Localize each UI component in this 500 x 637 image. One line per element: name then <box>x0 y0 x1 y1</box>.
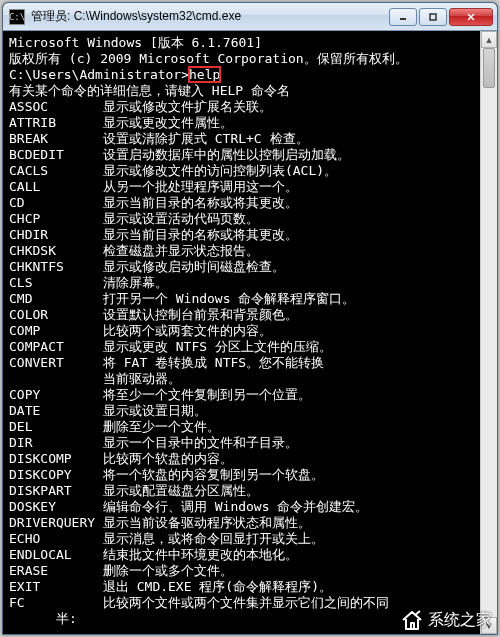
command-desc: 设置启动数据库中的属性以控制启动加载。 <box>103 147 350 162</box>
terminal-line: 版权所有 (c) 2009 Microsoft Corporation。保留所有… <box>9 51 495 67</box>
help-row: CHKDSK检查磁盘并显示状态报告。 <box>9 243 495 259</box>
command-desc: 比较两个或两套文件的内容。 <box>103 323 272 338</box>
svg-rect-1 <box>430 14 436 20</box>
command-name: COPY <box>9 387 103 403</box>
help-row: COMPACT显示或更改 NTFS 分区上文件的压缩。 <box>9 339 495 355</box>
help-row: DATE显示或设置日期。 <box>9 403 495 419</box>
command-desc: 当前驱动器。 <box>103 371 181 386</box>
close-button[interactable] <box>449 8 493 26</box>
command-name: BCDEDIT <box>9 147 103 163</box>
command-desc: 打开另一个 Windows 命令解释程序窗口。 <box>103 291 355 306</box>
command-name: COLOR <box>9 307 103 323</box>
help-row: DEL删除至少一个文件。 <box>9 419 495 435</box>
help-row: ECHO显示消息，或将命令回显打开或关上。 <box>9 531 495 547</box>
command-name: CHDIR <box>9 227 103 243</box>
command-desc: 设置或清除扩展式 CTRL+C 检查。 <box>103 131 309 146</box>
help-intro: 有关某个命令的详细信息，请键入 HELP 命令名 <box>9 83 495 99</box>
command-name: ERASE <box>9 563 103 579</box>
terminal-line: Microsoft Windows [版本 6.1.7601] <box>9 35 495 51</box>
command-name: EXIT <box>9 579 103 595</box>
command-desc: 显示当前目录的名称或将其更改。 <box>103 195 298 210</box>
command-desc: 显示消息，或将命令回显打开或关上。 <box>103 531 324 546</box>
window-buttons <box>387 8 493 26</box>
command-name: DIR <box>9 435 103 451</box>
command-desc: 显示当前设备驱动程序状态和属性。 <box>103 515 311 530</box>
command-desc: 显示或修改启动时间磁盘检查。 <box>103 259 285 274</box>
command-name: CHKNTFS <box>9 259 103 275</box>
command-name: CHKDSK <box>9 243 103 259</box>
help-row: CHDIR显示当前目录的名称或将其更改。 <box>9 227 495 243</box>
help-row: CHKNTFS显示或修改启动时间磁盘检查。 <box>9 259 495 275</box>
command-name: CALL <box>9 179 103 195</box>
command-name: COMPACT <box>9 339 103 355</box>
house-icon <box>400 609 424 631</box>
command-desc: 将 FAT 卷转换成 NTFS。您不能转换 <box>103 355 324 370</box>
help-row: COLOR设置默认控制台前景和背景颜色。 <box>9 307 495 323</box>
help-row: DRIVERQUERY显示当前设备驱动程序状态和属性。 <box>9 515 495 531</box>
help-row: CD显示当前目录的名称或将其更改。 <box>9 195 495 211</box>
command-name: COMP <box>9 323 103 339</box>
command-name: CONVERT <box>9 355 103 371</box>
terminal-output[interactable]: Microsoft Windows [版本 6.1.7601]版权所有 (c) … <box>3 31 497 634</box>
help-row: COPY将至少一个文件复制到另一个位置。 <box>9 387 495 403</box>
command-name: DISKPART <box>9 483 103 499</box>
help-row: CHCP显示或设置活动代码页数。 <box>9 211 495 227</box>
command-desc: 显示或修改文件的访问控制列表(ACL)。 <box>103 163 337 178</box>
command-desc: 从另一个批处理程序调用这一个。 <box>103 179 298 194</box>
command-desc: 退出 CMD.EXE 程序(命令解释程序)。 <box>103 579 332 594</box>
window-title: 管理员: C:\Windows\system32\cmd.exe <box>31 8 387 25</box>
command-name: CMD <box>9 291 103 307</box>
scroll-up-button[interactable]: ▲ <box>481 31 497 48</box>
titlebar[interactable]: C:\ 管理员: C:\Windows\system32\cmd.exe <box>3 3 497 31</box>
prompt-line: C:\Users\Administrator>help <box>9 67 495 83</box>
command-name: DISKCOMP <box>9 451 103 467</box>
command-name: ENDLOCAL <box>9 547 103 563</box>
command-name: FC <box>9 595 103 611</box>
command-name: CHCP <box>9 211 103 227</box>
command-name: CD <box>9 195 103 211</box>
command-name: DOSKEY <box>9 499 103 515</box>
help-row: CONVERT将 FAT 卷转换成 NTFS。您不能转换 <box>9 355 495 371</box>
help-row: CACLS显示或修改文件的访问控制列表(ACL)。 <box>9 163 495 179</box>
command-desc: 比较两个软盘的内容。 <box>103 451 233 466</box>
command-desc: 显示或更改 NTFS 分区上文件的压缩。 <box>103 339 332 354</box>
command-name: DRIVERQUERY <box>9 515 103 531</box>
help-row: ATTRIB显示或更改文件属性。 <box>9 115 495 131</box>
command-desc: 比较两个文件或两个文件集并显示它们之间的不同 <box>103 595 389 610</box>
scroll-track[interactable] <box>481 48 497 617</box>
command-desc: 删除至少一个文件。 <box>103 419 220 434</box>
command-desc: 显示或设置活动代码页数。 <box>103 211 259 226</box>
watermark-text: 系统之家 <box>428 610 492 631</box>
command-name: ATTRIB <box>9 115 103 131</box>
help-row: DISKCOMP比较两个软盘的内容。 <box>9 451 495 467</box>
command-desc: 编辑命令行、调用 Windows 命令并创建宏。 <box>103 499 368 514</box>
command-desc: 将一个软盘的内容复制到另一个软盘。 <box>103 467 324 482</box>
command-desc: 显示或更改文件属性。 <box>103 115 233 130</box>
help-row: BREAK设置或清除扩展式 CTRL+C 检查。 <box>9 131 495 147</box>
vertical-scrollbar[interactable]: ▲ ▼ <box>480 31 497 634</box>
help-row: DISKPART显示或配置磁盘分区属性。 <box>9 483 495 499</box>
command-name: CLS <box>9 275 103 291</box>
watermark: 系统之家 <box>400 609 492 631</box>
scroll-thumb[interactable] <box>483 48 495 88</box>
help-row: 当前驱动器。 <box>9 371 495 387</box>
maximize-button[interactable] <box>419 8 447 26</box>
help-row: DIR显示一个目录中的文件和子目录。 <box>9 435 495 451</box>
command-desc: 设置默认控制台前景和背景颜色。 <box>103 307 298 322</box>
minimize-button[interactable] <box>389 8 417 26</box>
command-desc: 删除一个或多个文件。 <box>103 563 233 578</box>
command-desc: 检查磁盘并显示状态报告。 <box>103 243 259 258</box>
help-row: ERASE删除一个或多个文件。 <box>9 563 495 579</box>
help-row: BCDEDIT设置启动数据库中的属性以控制启动加载。 <box>9 147 495 163</box>
app-icon: C:\ <box>9 9 25 25</box>
help-row: EXIT退出 CMD.EXE 程序(命令解释程序)。 <box>9 579 495 595</box>
command-name: ECHO <box>9 531 103 547</box>
command-name: ASSOC <box>9 99 103 115</box>
help-row: ENDLOCAL结束批文件中环境更改的本地化。 <box>9 547 495 563</box>
command-desc: 显示当前目录的名称或将其更改。 <box>103 227 298 242</box>
help-row: DISKCOPY将一个软盘的内容复制到另一个软盘。 <box>9 467 495 483</box>
command-desc: 将至少一个文件复制到另一个位置。 <box>103 387 311 402</box>
command-input: help <box>189 67 220 82</box>
command-desc: 显示或配置磁盘分区属性。 <box>103 483 259 498</box>
command-name: DISKCOPY <box>9 467 103 483</box>
